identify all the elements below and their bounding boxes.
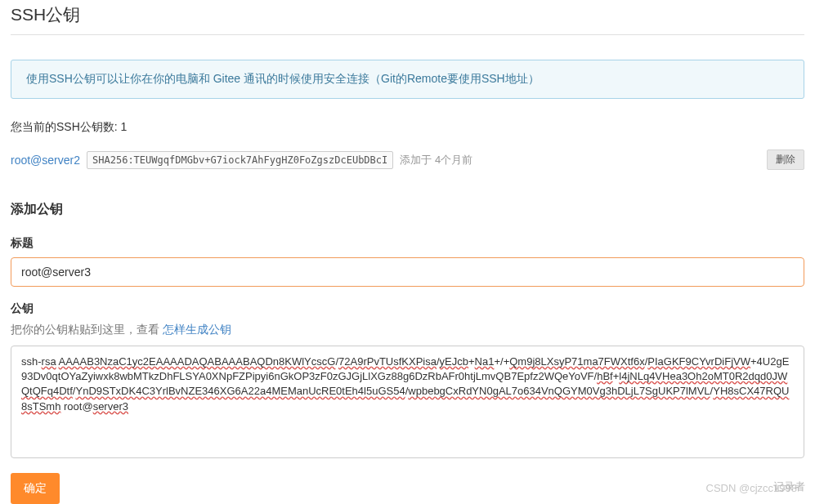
info-notice: 使用SSH公钥可以让你在你的电脑和 Gitee 通讯的时候使用安全连接（Git的… — [11, 60, 804, 99]
pubkey-label: 公钥 — [11, 301, 804, 316]
how-to-generate-link[interactable]: 怎样生成公钥 — [163, 323, 231, 336]
pubkey-content: ssh-rsa AAAAB3NzaC1yc2EAAAADAQABAAABAQDn… — [21, 355, 794, 414]
title-input[interactable] — [11, 257, 804, 287]
ssh-key-row: root@server2 SHA256:TEUWgqfDMGbv+G7iock7… — [11, 149, 804, 170]
submit-button[interactable]: 确定 — [11, 473, 60, 504]
hint-prefix: 把你的公钥粘贴到这里，查看 — [11, 323, 163, 336]
key-count-text: 您当前的SSH公钥数: 1 — [11, 120, 804, 135]
key-name-link[interactable]: root@server2 — [11, 154, 80, 167]
key-fingerprint: SHA256:TEUWgqfDMGbv+G7iock7AhFygHZ0FoZgs… — [87, 151, 393, 169]
pubkey-textarea[interactable]: ssh-rsa AAAAB3NzaC1yc2EAAAADAQABAAABAQDn… — [11, 346, 804, 458]
watermark-right: 记录者 — [773, 479, 805, 494]
add-key-heading: 添加公钥 — [11, 201, 804, 218]
title-label: 标题 — [11, 236, 804, 251]
key-added-text: 添加于 4个月前 — [400, 153, 472, 167]
pubkey-hint: 把你的公钥粘贴到这里，查看 怎样生成公钥 — [11, 323, 804, 337]
delete-key-button[interactable]: 删除 — [767, 149, 804, 170]
page-title: SSH公钥 — [11, 3, 804, 26]
title-divider — [11, 34, 804, 35]
